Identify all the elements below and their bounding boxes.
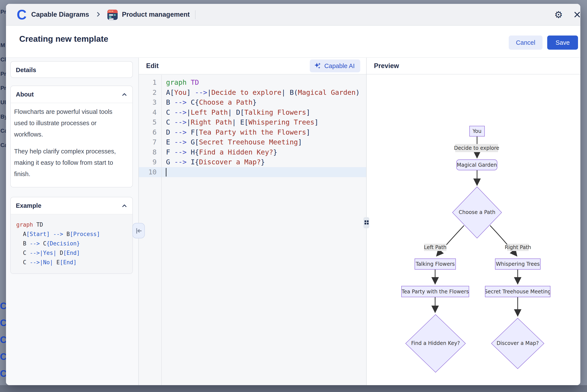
details-card-title: Details bbox=[11, 62, 132, 78]
flow-node-label: Find a Hidden Key? bbox=[406, 340, 466, 346]
background-text-fragment: Cl bbox=[0, 56, 6, 63]
details-card[interactable]: Details bbox=[10, 61, 133, 78]
code-line[interactable]: F --> H{Find a Hidden Key?} bbox=[166, 147, 277, 157]
background-page-edge: PrMClPrPrUIByCaCaCCCCCC bbox=[0, 0, 6, 392]
collapse-left-icon bbox=[136, 228, 142, 234]
line-number: 10 bbox=[148, 167, 157, 177]
line-number: 6 bbox=[152, 127, 157, 137]
flow-node: Secret Treehouse Meeting bbox=[485, 286, 551, 297]
flow-node: Tea Party with the Flowers bbox=[401, 286, 469, 297]
background-text-fragment: By bbox=[0, 114, 6, 120]
preview-pane-title: Preview bbox=[374, 58, 399, 74]
drag-dots-icon bbox=[365, 220, 368, 225]
save-button[interactable]: Save bbox=[547, 36, 578, 50]
flow-edge-label: Right Path bbox=[507, 244, 529, 251]
topbar-divider bbox=[195, 10, 195, 19]
code-editor[interactable]: 12345678910 graph TDA[You] -->|Decide to… bbox=[139, 75, 366, 385]
capable-ai-label: Capable AI bbox=[324, 62, 355, 70]
collapse-sidebar-button[interactable] bbox=[132, 223, 145, 238]
flow-node-label: Discover a Map? bbox=[491, 340, 544, 346]
background-logo-icon: C bbox=[0, 318, 6, 328]
background-text-fragment: M bbox=[0, 42, 6, 48]
modal-header: Creating new template Cancel Save bbox=[6, 26, 580, 58]
flow-node: Whispering Trees bbox=[495, 258, 541, 270]
flow-node: Talking Flowers bbox=[415, 258, 456, 270]
example-card-title[interactable]: Example bbox=[11, 197, 132, 214]
example-code-line: A[Start] --> B[Process] bbox=[16, 230, 132, 239]
flowchart-edges bbox=[367, 74, 580, 385]
line-number: 7 bbox=[152, 137, 157, 147]
line-number: 8 bbox=[152, 147, 157, 157]
example-code-line: B --> C{Decision} bbox=[16, 239, 132, 248]
example-code-block: graph TD A[Start] --> B[Process] B --> C… bbox=[11, 214, 132, 274]
modal-top-bar: C Capable Diagrams Product management ⚙ … bbox=[6, 4, 580, 26]
sparkles-icon bbox=[314, 62, 321, 70]
line-number: 4 bbox=[152, 108, 157, 118]
active-line-highlight bbox=[139, 167, 366, 177]
background-logo-icon: C bbox=[0, 369, 6, 378]
flow-node: Magical Garden bbox=[456, 160, 497, 170]
flow-edge-label: Left Path bbox=[424, 244, 447, 251]
chevron-up-icon[interactable] bbox=[122, 93, 127, 98]
line-number: 1 bbox=[152, 78, 157, 88]
background-text-fragment: Ca bbox=[0, 142, 6, 148]
code-line[interactable]: B --> C{Choose a Path} bbox=[166, 97, 257, 108]
cancel-button[interactable]: Cancel bbox=[509, 36, 543, 50]
example-code-line: C -->|Yes| D[End] bbox=[16, 248, 132, 258]
line-number: 5 bbox=[152, 117, 157, 127]
background-logo-icon: C bbox=[0, 301, 6, 311]
about-card-title[interactable]: About bbox=[11, 86, 132, 103]
flow-edge-label: Decide to explore bbox=[455, 144, 498, 152]
sidebar-panel: Details About Flowcharts are powerful vi… bbox=[6, 58, 139, 385]
background-text-fragment: Pr bbox=[0, 8, 6, 15]
create-template-modal: C Capable Diagrams Product management ⚙ … bbox=[6, 4, 580, 385]
code-line[interactable]: A[You] -->|Decide to explore| B(Magical … bbox=[166, 88, 360, 98]
background-logo-icon: C bbox=[0, 352, 6, 362]
text-cursor bbox=[166, 168, 166, 176]
pane-resize-handle[interactable] bbox=[363, 217, 369, 228]
about-paragraph: They help clarify complex processes, mak… bbox=[14, 146, 127, 180]
code-line[interactable]: D --> F[Tea Party with the Flowers] bbox=[166, 127, 310, 137]
background-text-fragment: UI bbox=[0, 99, 6, 106]
line-number: 9 bbox=[152, 157, 157, 167]
background-logo-icon: C bbox=[0, 335, 6, 344]
chevron-up-icon[interactable] bbox=[122, 204, 127, 209]
code-line[interactable]: E --> G[Secret Treehouse Meeting] bbox=[166, 137, 302, 147]
project-icon bbox=[107, 10, 118, 20]
preview-pane-header: Preview bbox=[367, 58, 580, 74]
capable-ai-button[interactable]: Capable AI bbox=[310, 60, 360, 72]
page-title: Creating new template bbox=[19, 34, 108, 44]
code-line[interactable]: C -->|Left Path| D[Talking Flowers] bbox=[166, 108, 310, 118]
breadcrumb-project-name[interactable]: Product management bbox=[122, 4, 190, 25]
background-text-fragment: Pr bbox=[0, 85, 6, 91]
example-card: Example graph TD A[Start] --> B[Process]… bbox=[10, 197, 133, 274]
background-bottom-bar bbox=[0, 385, 587, 392]
flow-node: You bbox=[469, 126, 485, 136]
about-card-body: Flowcharts are powerful visual tools use… bbox=[11, 103, 132, 187]
code-line[interactable]: C -->|Right Path| E[Whispering Trees] bbox=[166, 117, 319, 127]
background-text-fragment: Pr bbox=[0, 70, 6, 77]
preview-pane: Preview bbox=[367, 58, 580, 385]
example-code-line: C -->|No| E[End] bbox=[16, 258, 132, 267]
example-code-line: graph TD bbox=[16, 220, 132, 230]
breadcrumb-chevron-icon bbox=[95, 12, 100, 17]
close-icon[interactable]: × bbox=[571, 7, 580, 22]
background-text-fragment: Ca bbox=[0, 128, 6, 134]
capable-logo-icon[interactable]: C bbox=[15, 7, 28, 22]
line-number: 2 bbox=[152, 88, 157, 98]
edit-pane: Edit Capable AI 12345678910 graph TDA[Yo… bbox=[139, 58, 366, 385]
code-line[interactable]: graph TD bbox=[166, 78, 199, 88]
breadcrumb-app-name[interactable]: Capable Diagrams bbox=[31, 4, 89, 25]
line-number: 3 bbox=[152, 97, 157, 108]
modal-content: Details About Flowcharts are powerful vi… bbox=[6, 58, 580, 385]
flow-node-label: Choose a Path bbox=[453, 209, 502, 215]
edit-pane-title: Edit bbox=[146, 58, 159, 74]
flowchart-preview: YouMagical GardenChoose a PathTalking Fl… bbox=[367, 74, 580, 385]
about-card: About Flowcharts are powerful visual too… bbox=[10, 86, 133, 188]
edit-pane-header: Edit Capable AI bbox=[139, 58, 366, 74]
code-line[interactable]: G --> I{Discover a Map?} bbox=[166, 157, 265, 167]
about-paragraph: Flowcharts are powerful visual tools use… bbox=[14, 106, 127, 140]
settings-gear-icon[interactable]: ⚙ bbox=[553, 9, 564, 20]
